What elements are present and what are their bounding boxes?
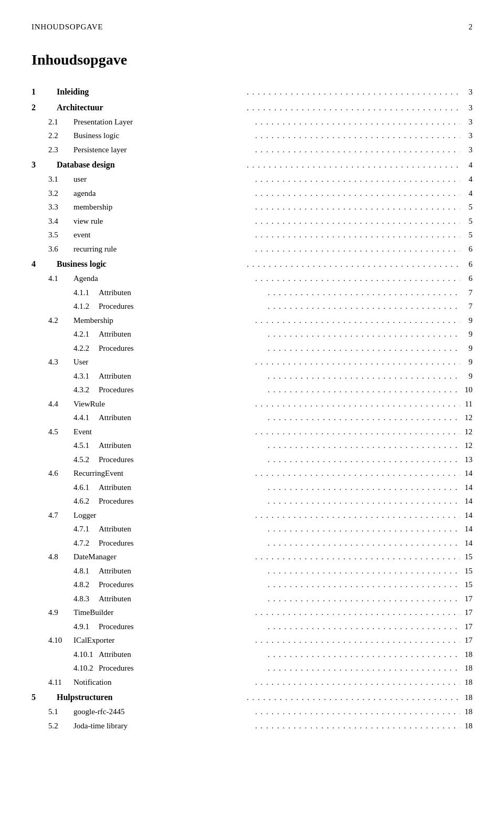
toc-text: TimeBuilder [74,607,253,619]
toc-num: 4.6 [48,467,74,479]
toc-dots [247,692,460,704]
toc-page: 17 [462,593,472,605]
toc-entry: 4.1Agenda6 [32,273,472,285]
toc-dots [247,86,460,98]
toc-dots [255,116,460,128]
toc-dots [268,565,460,577]
toc-text: Agenda [74,273,253,285]
toc-entry: 4.7.2Procedures14 [32,537,472,549]
toc-entry: 4.6RecurringEvent14 [32,467,472,479]
toc-page: 3 [462,102,472,114]
toc-dots [255,551,460,563]
toc-entry: 4.8DateManager15 [32,551,472,563]
toc-dots [255,720,460,732]
toc-num: 3.2 [48,187,74,200]
toc-dots [268,621,460,633]
toc-dots [268,579,460,591]
toc-num: 4.3.1 [74,370,99,382]
toc-text: view rule [74,215,253,227]
toc-page: 6 [462,258,472,270]
toc-text: recurring rule [74,243,253,255]
toc-page: 14 [462,467,472,479]
toc-num: 4.6.1 [74,482,99,494]
toc-entry: 3Database design4 [32,159,472,171]
toc-text: Attributen [99,328,266,340]
toc-page: 5 [462,229,472,241]
toc-entry: 4.10.1Attributen18 [32,649,472,661]
toc-dots [255,509,460,521]
toc-num: 2.2 [48,130,74,142]
toc-dots [247,159,460,171]
toc-text: ViewRule [74,398,253,410]
toc-page: 5 [462,201,472,213]
toc-entry: 4Business logic6 [32,258,472,270]
toc-entry: 3.4view rule5 [32,215,472,227]
toc-num: 4.8.3 [74,593,99,605]
toc-entry: 4.8.1Attributen15 [32,565,472,577]
toc-dots [268,523,460,535]
toc-page: 14 [462,509,472,521]
toc-dots [268,440,460,452]
toc-entry: 4.1.1Attributen7 [32,287,472,299]
toc-text: Database design [57,159,245,171]
toc-entry: 4.2Membership9 [32,315,472,327]
toc-num: 4.10 [48,634,74,646]
toc-title: Inhoudsopgave [32,49,472,71]
toc-text: Procedures [99,454,266,466]
toc-page: 17 [462,607,472,619]
toc-dots [255,607,460,619]
toc-page: 14 [462,482,472,494]
toc-text: ICalExporter [74,634,253,646]
toc-dots [255,315,460,327]
toc-dots [255,634,460,646]
toc-text: Attributen [99,370,266,382]
toc-dots [247,258,460,270]
toc-page: 7 [462,300,472,312]
toc-dots [255,201,460,213]
toc-text: google-rfc-2445 [74,706,253,718]
toc-page: 18 [462,692,472,704]
toc-dots [268,384,460,396]
toc-page: 12 [462,426,472,438]
toc-text: Procedures [99,537,266,549]
toc-text: Attributen [99,287,266,299]
toc-text: Business logic [57,258,245,270]
toc-text: DateManager [74,551,253,563]
toc-dots [255,173,460,185]
toc-entry: 4.3User9 [32,356,472,368]
toc-num: 3.5 [48,229,74,241]
toc-dots [255,356,460,368]
toc-entry: 4.4.1Attributen12 [32,412,472,424]
toc-entry: 4.7Logger14 [32,509,472,521]
toc-text: Architectuur [57,101,245,114]
toc-entry: 4.6.2Procedures14 [32,495,472,507]
toc-num: 4.4 [48,398,74,410]
toc-dots [268,649,460,661]
toc-dots [268,537,460,549]
toc-num: 4.3.2 [74,384,99,396]
toc-entry: 4.5.2Procedures13 [32,454,472,466]
toc-num: 4.7 [48,509,74,521]
toc-page: 5 [462,215,472,227]
toc-page: 15 [462,579,472,591]
toc-num: 3.4 [48,215,74,227]
toc-dots [255,187,460,200]
toc-num: 4.2.2 [74,342,99,354]
toc-text: Logger [74,509,253,521]
toc-entry: 3.1user4 [32,173,472,185]
toc-page: 6 [462,243,472,255]
toc-entry: 4.10.2Procedures18 [32,662,472,674]
toc-text: agenda [74,187,253,200]
toc-entry: 4.5.1Attributen12 [32,440,472,452]
toc-entry: 4.4ViewRule11 [32,398,472,410]
toc-num: 4.5.2 [74,454,99,466]
toc-entry: 2.2Business logic3 [32,130,472,142]
toc-page: 9 [462,370,472,382]
toc-entry: 2.3Persistence layer3 [32,144,472,156]
page-header-title: INHOUDSOPGAVE [32,21,103,33]
toc-text: Attributen [99,440,266,452]
toc-num: 4.6.2 [74,495,99,507]
toc-entry: 4.8.2Procedures15 [32,579,472,591]
toc-num: 2.3 [48,144,74,156]
toc-page: 12 [462,412,472,424]
